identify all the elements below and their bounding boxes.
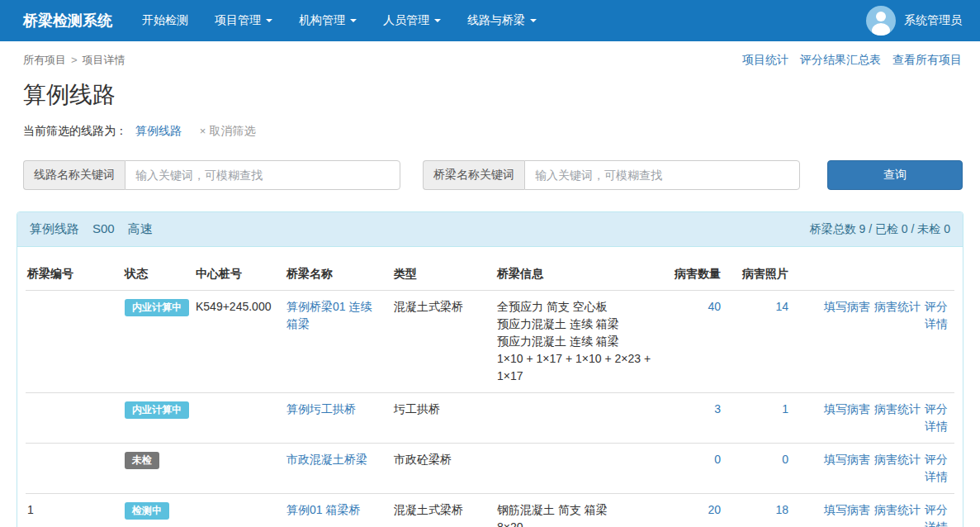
fill-defect-link[interactable]: 填写病害 xyxy=(824,402,870,415)
chevron-down-icon xyxy=(266,19,272,22)
bridge-no-cell xyxy=(26,291,118,393)
bridge-name-cell: 算例圬工拱桥 xyxy=(280,393,387,444)
status-cell: 未检 xyxy=(118,444,189,494)
bridge-no-cell: 1 xyxy=(26,494,118,527)
photo-count-link[interactable]: 14 xyxy=(775,300,788,313)
table-row: 未检市政混凝土桥梁市政砼梁桥00填写病害病害统计评分详情 xyxy=(26,444,954,494)
chevron-down-icon xyxy=(434,19,441,22)
photo-count-cell: 14 xyxy=(727,291,795,393)
line-keyword-input[interactable] xyxy=(125,160,400,190)
score-link[interactable]: 评分 xyxy=(925,503,948,516)
search-button[interactable]: 查询 xyxy=(827,160,963,190)
nav-item-label: 机构管理 xyxy=(299,13,345,28)
bridge-name-cell: 算例01 箱梁桥 xyxy=(280,494,387,527)
nav-item-label: 人员管理 xyxy=(383,13,429,28)
bridge-name-link[interactable]: 算例圬工拱桥 xyxy=(286,402,356,415)
photo-count-link[interactable]: 1 xyxy=(782,402,788,415)
details-link[interactable]: 详情 xyxy=(925,317,948,330)
score-link[interactable]: 评分 xyxy=(925,453,948,466)
status-badge: 检测中 xyxy=(125,502,169,520)
defect-stats-link[interactable]: 病害统计 xyxy=(874,453,921,466)
status-badge: 未检 xyxy=(125,452,159,469)
fill-defect-link[interactable]: 填写病害 xyxy=(824,300,870,313)
bridge-count-summary: 桥梁总数 9 / 已检 0 / 未检 0 xyxy=(810,222,950,237)
photo-count-link[interactable]: 18 xyxy=(775,503,788,516)
defect-stats-link[interactable]: 病害统计 xyxy=(874,503,921,516)
column-header-8 xyxy=(795,254,954,291)
header-link-2[interactable]: 查看所有项目 xyxy=(892,53,962,66)
line-keyword-group: 线路名称关键词 xyxy=(23,160,400,190)
breadcrumb-row: 所有项目>项目详情 项目统计评分结果汇总表查看所有项目 xyxy=(0,41,980,68)
bridge-info-line: 钢筋混凝土 简支 箱梁 xyxy=(497,501,661,519)
photo-count-cell: 18 xyxy=(727,494,795,527)
bridge-keyword-input[interactable] xyxy=(524,160,800,190)
bridge-info-cell xyxy=(490,444,668,494)
bridge-info-cell: 全预应力 简支 空心板预应力混凝土 连续 箱梁预应力混凝土 连续 箱梁1×10 … xyxy=(490,291,668,393)
nav-item-label: 开始检测 xyxy=(142,13,188,28)
defect-count-link[interactable]: 20 xyxy=(708,503,721,516)
details-link[interactable]: 详情 xyxy=(925,520,948,527)
column-header-1: 状态 xyxy=(118,254,189,291)
bridge-no-cell xyxy=(26,444,118,494)
user-name: 系统管理员 xyxy=(904,13,962,28)
defect-count-cell: 3 xyxy=(668,393,727,444)
user-area[interactable]: 系统管理员 xyxy=(866,6,962,36)
fill-defect-link[interactable]: 填写病害 xyxy=(824,503,870,516)
actions-cell: 填写病害病害统计评分详情 xyxy=(795,494,954,527)
defect-stats-link[interactable]: 病害统计 xyxy=(874,300,921,313)
column-header-2: 中心桩号 xyxy=(189,254,280,291)
details-link[interactable]: 详情 xyxy=(925,470,948,483)
bridge-name-link[interactable]: 算例01 箱梁桥 xyxy=(286,503,360,516)
fill-defect-link[interactable]: 填写病害 xyxy=(824,453,870,466)
bridge-name-link[interactable]: 算例桥梁01 连续箱梁 xyxy=(286,300,372,330)
defect-count-link[interactable]: 0 xyxy=(714,453,721,466)
bridge-name-link[interactable]: 市政混凝土桥梁 xyxy=(286,453,367,466)
nav-item-2[interactable]: 机构管理 xyxy=(286,0,370,41)
nav-item-4[interactable]: 线路与桥梁 xyxy=(454,0,550,41)
score-link[interactable]: 评分 xyxy=(925,300,948,313)
defect-count-link[interactable]: 40 xyxy=(708,300,721,313)
bridge-type-cell: 混凝土式梁桥 xyxy=(387,291,490,393)
table-row: 内业计算中K549+245.000算例桥梁01 连续箱梁混凝土式梁桥全预应力 简… xyxy=(26,291,954,393)
page-title: 算例线路 xyxy=(23,79,980,111)
filter-line-link[interactable]: 算例线路 xyxy=(135,124,182,137)
status-cell: 内业计算中 xyxy=(118,393,189,444)
stake-cell: K549+245.000 xyxy=(189,291,280,393)
score-link[interactable]: 评分 xyxy=(925,402,948,415)
top-navbar: 桥梁检测系统 开始检测项目管理机构管理人员管理线路与桥梁 系统管理员 xyxy=(0,0,980,41)
defect-count-link[interactable]: 3 xyxy=(714,402,721,415)
nav-item-label: 线路与桥梁 xyxy=(467,13,525,28)
panel-title-part-1: S00 xyxy=(92,221,115,235)
nav-item-0[interactable]: 开始检测 xyxy=(129,0,201,41)
column-header-5: 桥梁信息 xyxy=(490,254,668,291)
header-link-1[interactable]: 评分结果汇总表 xyxy=(800,53,881,66)
panel-title: 算例线路S00高速 xyxy=(30,221,166,237)
header-link-0[interactable]: 项目统计 xyxy=(742,53,788,66)
close-icon: × xyxy=(200,125,206,137)
chevron-down-icon xyxy=(350,19,357,22)
column-header-4: 类型 xyxy=(387,254,490,291)
panel-title-part-0: 算例线路 xyxy=(30,221,79,235)
search-row: 线路名称关键词 桥梁名称关键词 查询 xyxy=(23,160,963,190)
clear-filter-label: 取消筛选 xyxy=(209,124,255,137)
defect-stats-link[interactable]: 病害统计 xyxy=(874,402,921,415)
nav-item-1[interactable]: 项目管理 xyxy=(201,0,286,41)
bridge-info-line: 预应力混凝土 连续 箱梁 xyxy=(497,316,661,333)
photo-count-link[interactable]: 0 xyxy=(782,453,788,466)
header-links: 项目统计评分结果汇总表查看所有项目 xyxy=(731,53,962,68)
panel-heading: 算例线路S00高速 桥梁总数 9 / 已检 0 / 未检 0 xyxy=(17,212,963,247)
stake-cell xyxy=(189,393,280,444)
stake-cell xyxy=(189,444,280,494)
table-row: 内业计算中算例圬工拱桥圬工拱桥31填写病害病害统计评分详情 xyxy=(26,393,954,444)
breadcrumb-item-0[interactable]: 所有项目 xyxy=(23,54,66,66)
panel-body: 桥梁编号状态中心桩号桥梁名称类型桥梁信息病害数量病害照片 内业计算中K549+2… xyxy=(17,247,963,527)
bridge-type-cell: 混凝土式梁桥 xyxy=(387,494,490,527)
photo-count-cell: 1 xyxy=(727,393,795,444)
bridge-type-cell: 圬工拱桥 xyxy=(387,393,490,444)
user-avatar-icon xyxy=(866,6,896,36)
clear-filter-button[interactable]: ×取消筛选 xyxy=(200,124,256,137)
photo-count-cell: 0 xyxy=(727,444,795,494)
nav-item-3[interactable]: 人员管理 xyxy=(370,0,454,41)
details-link[interactable]: 详情 xyxy=(925,420,948,433)
line-keyword-label: 线路名称关键词 xyxy=(23,160,125,190)
